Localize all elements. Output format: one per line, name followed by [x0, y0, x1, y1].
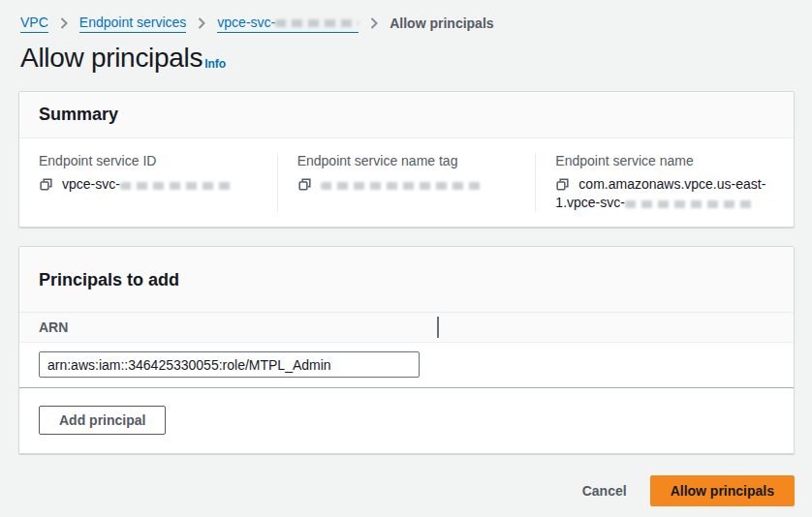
- copy-icon[interactable]: [555, 177, 570, 192]
- page-header: Allow principals Info: [0, 44, 812, 74]
- field-label: Endpoint service name: [555, 153, 774, 168]
- redacted-value: [275, 19, 359, 27]
- form-actions: Cancel Allow principals: [18, 475, 795, 506]
- table-header-row: ARN: [19, 313, 794, 343]
- column-resize-handle[interactable]: [437, 317, 439, 338]
- chevron-right-icon: [60, 17, 68, 29]
- copy-icon[interactable]: [297, 177, 312, 192]
- breadcrumb-link-service-id[interactable]: vpce-svc-: [217, 15, 359, 33]
- copy-icon[interactable]: [39, 177, 53, 192]
- principals-to-add-card: Principals to add ARN Add principal: [18, 246, 795, 454]
- field-value-prefix: vpce-svc-: [62, 176, 120, 192]
- redacted-value: [625, 200, 754, 208]
- summary-grid: Endpoint service ID vpce-svc- Endpoint s…: [19, 138, 794, 227]
- summary-field-endpoint-service-name: Endpoint service name com.amazonaws.vpce…: [535, 153, 794, 212]
- add-principal-button[interactable]: Add principal: [39, 406, 166, 435]
- chevron-right-icon: [198, 17, 205, 29]
- field-label: Endpoint service name tag: [297, 153, 516, 168]
- summary-title: Summary: [39, 105, 774, 125]
- arn-input[interactable]: [39, 351, 420, 378]
- summary-field-endpoint-service-id: Endpoint service ID vpce-svc-: [19, 153, 277, 212]
- breadcrumb-current-page: Allow principals: [390, 15, 493, 31]
- arn-column-header: ARN: [39, 319, 68, 335]
- cancel-button[interactable]: Cancel: [569, 477, 640, 504]
- field-value: com.amazonaws.vpce.us-east-1.vpce-svc-: [555, 175, 774, 212]
- summary-field-endpoint-service-name-tag: Endpoint service name tag: [277, 153, 536, 212]
- field-value: [297, 175, 516, 194]
- allow-principals-button[interactable]: Allow principals: [650, 475, 795, 506]
- principals-title: Principals to add: [39, 270, 774, 290]
- breadcrumb: VPC Endpoint services vpce-svc- Allow pr…: [0, 0, 812, 33]
- field-label: Endpoint service ID: [39, 153, 258, 168]
- breadcrumb-link-endpoint-services[interactable]: Endpoint services: [79, 15, 187, 33]
- page-title: Allow principals: [20, 44, 203, 74]
- principals-card-header: Principals to add: [19, 247, 794, 313]
- breadcrumb-link-vpc[interactable]: VPC: [20, 15, 48, 33]
- field-value: vpce-svc-: [39, 175, 258, 194]
- redacted-value: [321, 182, 484, 190]
- chevron-right-icon: [370, 17, 378, 29]
- redacted-value: [120, 182, 234, 190]
- summary-card: Summary Endpoint service ID vpce-svc- En…: [18, 91, 795, 228]
- summary-card-header: Summary: [19, 92, 794, 138]
- table-footer: Add principal: [19, 388, 794, 453]
- breadcrumb-service-id-prefix: vpce-svc-: [217, 15, 275, 30]
- info-link[interactable]: Info: [204, 57, 226, 71]
- arn-input-row: [19, 343, 794, 388]
